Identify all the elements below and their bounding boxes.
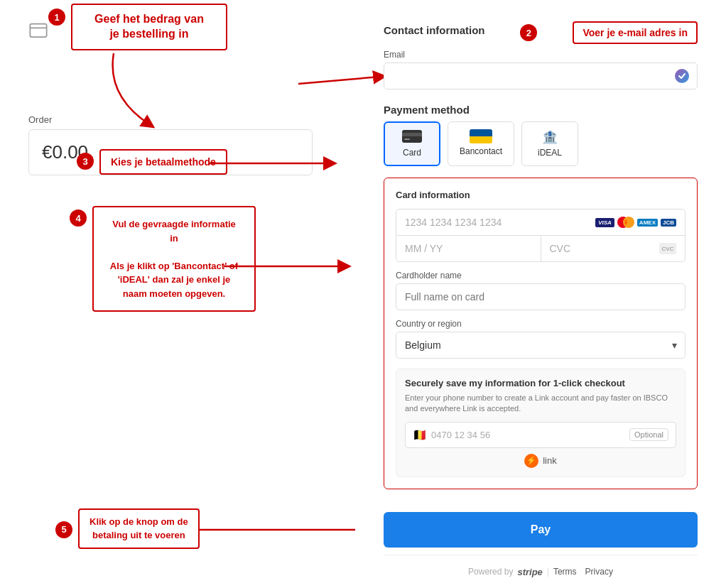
card-icons: VISA AMEX JCB xyxy=(595,217,676,228)
right-panel: Contact information 2 Voer je e-mail adr… xyxy=(355,0,726,588)
amex-icon: AMEX xyxy=(637,219,658,227)
card-expiry-field[interactable]: MM / YY xyxy=(396,236,541,261)
email-label: Email xyxy=(384,50,698,60)
jcb-icon: JCB xyxy=(661,219,676,227)
save-info-description: Enter your phone number to create a Link… xyxy=(405,393,676,415)
callout-3: Kies je betaalmethode xyxy=(99,149,227,175)
svg-rect-8 xyxy=(404,138,410,140)
card-cvc-field[interactable]: CVC CVC xyxy=(541,236,686,261)
card-expiry-cvc-row: MM / YY CVC CVC xyxy=(396,236,686,262)
payment-card-label: Card xyxy=(403,148,421,158)
payment-ideal-label: iDEAL xyxy=(538,148,562,158)
callout-1: Geef het bedrag van je bestelling in xyxy=(71,4,227,50)
svg-point-10 xyxy=(623,217,634,228)
svg-rect-0 xyxy=(30,24,46,38)
ideal-icon: 🏦 xyxy=(542,129,558,145)
autofill-icon xyxy=(673,67,690,85)
save-info-title: Securely save my information for 1-click… xyxy=(405,378,676,388)
step-1-circle: 1 xyxy=(48,9,65,26)
card-number-field[interactable]: 1234 1234 1234 1234 VISA AMEX JCB xyxy=(396,209,686,236)
optional-badge: Optional xyxy=(629,428,668,441)
powered-by-text: Powered by xyxy=(468,567,513,577)
contact-section: Contact information 2 Voer je e-mail adr… xyxy=(384,21,698,89)
cardholder-input[interactable] xyxy=(396,283,686,310)
privacy-link[interactable]: Privacy xyxy=(585,567,613,577)
flag-icon: 🇧🇪 xyxy=(413,428,427,442)
pay-button[interactable]: Pay xyxy=(384,512,698,548)
cvc-icon: CVC xyxy=(659,243,676,254)
card-number-placeholder: 1234 1234 1234 1234 xyxy=(405,217,502,228)
card-info-box: Card information 1234 1234 1234 1234 VIS… xyxy=(384,178,698,489)
link-icon: ⚡ xyxy=(524,454,538,468)
terms-link[interactable]: Terms xyxy=(553,567,577,577)
payment-card-button[interactable]: Card xyxy=(384,121,440,166)
order-label: Order xyxy=(28,114,327,125)
step-4-circle: 4 xyxy=(70,209,87,227)
cardholder-label: Cardholder name xyxy=(396,271,686,281)
footer-links: Terms Privacy xyxy=(553,567,613,577)
callout-5: Klik op de knop om de betaling uit te vo… xyxy=(78,508,200,548)
save-info-section: Securely save my information for 1-click… xyxy=(396,369,686,477)
phone-placeholder: 0470 12 34 56 xyxy=(431,430,629,440)
link-label: link xyxy=(543,455,557,466)
mastercard-icon xyxy=(617,217,634,228)
country-wrapper: Belgium Netherlands France Germany xyxy=(396,332,686,359)
svg-rect-7 xyxy=(402,133,422,136)
bancontact-icon xyxy=(470,129,492,143)
payment-method-section: Payment method Card xyxy=(384,104,698,166)
country-label: Country or region xyxy=(396,319,686,329)
card-icon xyxy=(402,130,422,145)
callout-2: Voer je e-mail adres in xyxy=(573,21,698,44)
step-3-circle: 3 xyxy=(77,153,94,170)
payment-bancontact-button[interactable]: Bancontact xyxy=(448,121,514,166)
card-info-title: Card information xyxy=(396,190,686,200)
phone-input-row[interactable]: 🇧🇪 0470 12 34 56 Optional xyxy=(405,422,676,448)
svg-point-5 xyxy=(675,69,689,83)
country-select[interactable]: Belgium Netherlands France Germany xyxy=(396,332,686,359)
contact-section-title: Contact information xyxy=(384,24,485,36)
step-5-circle: 5 xyxy=(55,521,72,538)
payment-ideal-button[interactable]: 🏦 iDEAL xyxy=(521,121,578,166)
visa-icon: VISA xyxy=(595,218,614,227)
link-row: ⚡ link xyxy=(405,454,676,468)
stripe-logo: stripe xyxy=(517,567,542,577)
email-input[interactable] xyxy=(384,62,698,89)
step-2-circle: 2 xyxy=(520,24,537,41)
payment-methods: Card Bancontact 🏦 iDEAL xyxy=(384,121,698,166)
left-panel: 1 Geef het bedrag van je bestelling in O… xyxy=(0,0,355,588)
payment-method-title: Payment method xyxy=(384,104,698,116)
payment-bancontact-label: Bancontact xyxy=(460,146,502,156)
email-wrapper xyxy=(384,62,698,89)
footer: Powered by stripe | Terms Privacy xyxy=(384,555,698,584)
callout-4: Vul de gevraagde informatiein Als je kli… xyxy=(92,206,256,312)
